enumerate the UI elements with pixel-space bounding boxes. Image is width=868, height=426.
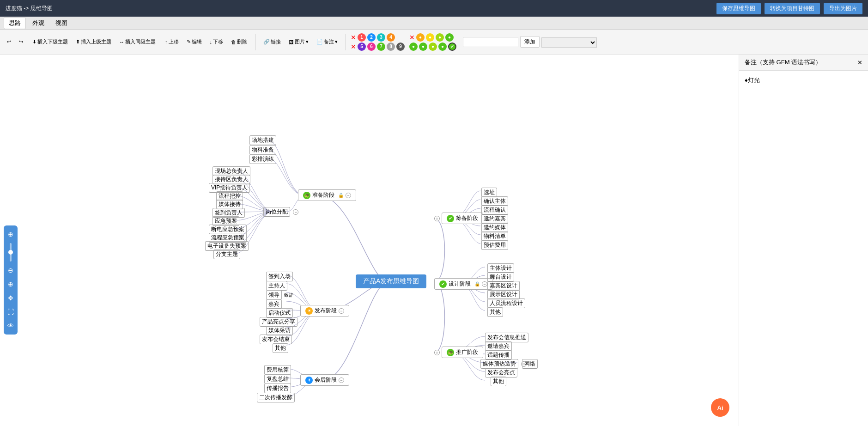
menu-waiguan[interactable]: 外观: [28, 18, 49, 29]
node-fupan[interactable]: 复盘总结: [264, 374, 291, 384]
num-3[interactable]: 3: [377, 33, 385, 42]
note-button[interactable]: 📄 备注▾: [313, 37, 341, 47]
undo-button[interactable]: ↩: [4, 37, 14, 47]
node-gangwei[interactable]: 岗位分配 −: [263, 207, 298, 217]
tag-select[interactable]: [541, 37, 597, 48]
num-9[interactable]: 9: [396, 43, 405, 51]
stage-sheji[interactable]: ✔ 设计阶段 🔒 −: [434, 278, 492, 290]
menu-silu[interactable]: 思路: [4, 17, 26, 29]
node-qidong[interactable]: 启动仪式: [266, 308, 293, 318]
stage-tuiguang-box[interactable]: ○ 🐢 推广阶段: [434, 347, 483, 358]
node-liucheng-queren[interactable]: 流程确认: [481, 205, 508, 215]
node-meiti-caifang[interactable]: 媒体采访: [266, 326, 293, 335]
tuiguang-left-collapse[interactable]: ○: [434, 350, 440, 355]
emoji-green4[interactable]: ●: [438, 43, 447, 51]
node-xuanzhi[interactable]: 选址: [481, 188, 497, 197]
node-yuji-feiyong[interactable]: 预估费用: [481, 240, 508, 250]
node-yaoqing-jiaben[interactable]: 邀请嘉宾: [485, 341, 512, 351]
zoom-reset-button[interactable]: ⊕: [6, 229, 16, 239]
choubei-left-collapse[interactable]: ○: [434, 216, 440, 221]
node-qiandao-ruchang[interactable]: 签到入场: [266, 272, 293, 281]
stage-chunbei-box[interactable]: 🐢 准备阶段 🔒 −: [298, 189, 356, 201]
node-fabuhui-liangdian[interactable]: 发布会亮点: [485, 368, 517, 377]
node-wuliao-list[interactable]: 物料清单: [481, 231, 508, 241]
stage-chunbei[interactable]: 🐢 准备阶段 🔒 −: [298, 189, 356, 201]
stage-choubei-box[interactable]: ○ ✔ 筹备阶段: [434, 213, 483, 224]
node-fabu-other[interactable]: 其他: [273, 343, 288, 353]
ai-button[interactable]: Ai: [711, 398, 729, 417]
node-sheji-other[interactable]: 其他: [487, 307, 503, 317]
fabu-collapse[interactable]: −: [339, 308, 344, 314]
node-feiyong[interactable]: 费用核算: [264, 365, 291, 375]
node-lingdao[interactable]: 领导 致辞: [266, 290, 293, 300]
num-5[interactable]: 5: [358, 43, 366, 51]
redo-button[interactable]: ↪: [16, 37, 26, 47]
stage-choubei[interactable]: ○ ✔ 筹备阶段: [434, 213, 483, 224]
panel-note-text[interactable]: ♦灯光: [745, 76, 862, 95]
num-4[interactable]: 4: [387, 33, 395, 42]
stage-chunbei-collapse[interactable]: −: [346, 193, 351, 198]
node-jiaben[interactable]: 嘉宾: [266, 299, 282, 309]
move-up-button[interactable]: ↑ 上移: [162, 37, 182, 47]
convert-gantt-button[interactable]: 转换为项目甘特图: [765, 3, 820, 14]
insert-child-button[interactable]: ⬇ 插入下级主题: [29, 37, 71, 47]
panel-close-button[interactable]: ✕: [857, 59, 862, 66]
node-caipai[interactable]: 彩排演练: [249, 154, 276, 164]
link-button[interactable]: 🔗 链接: [260, 37, 284, 47]
search-input[interactable]: [463, 37, 518, 47]
num-8[interactable]: 8: [387, 43, 395, 51]
num-2[interactable]: 2: [367, 33, 376, 42]
image-button[interactable]: 🖼 图片▾: [285, 37, 312, 47]
huihou-collapse[interactable]: −: [339, 377, 344, 383]
zoom-in-button[interactable]: ⊕: [6, 279, 16, 289]
center-node[interactable]: 产品A发布思维导图: [356, 274, 426, 288]
node-yiyue-jiaben[interactable]: 邀约嘉宾: [481, 214, 508, 224]
emoji-yellow1[interactable]: ●: [416, 33, 425, 42]
export-image-button[interactable]: 导出为图片: [824, 3, 862, 14]
node-chanpin-share[interactable]: 产品亮点分享: [260, 317, 297, 327]
node-zhuchiren[interactable]: 主持人: [266, 281, 287, 291]
canvas[interactable]: 产品A发布思维导图 🐢 准备阶段 🔒 − 场地搭建 物料准备 彩排演练 岗位分配…: [0, 55, 739, 426]
stage-huihou[interactable]: ☀ 会后阶段 −: [300, 374, 349, 386]
node-wutai-sheji[interactable]: 舞台设计: [487, 272, 514, 282]
emoji-green3[interactable]: ●: [419, 43, 427, 51]
node-jiaben-sheji[interactable]: 嘉宾区设计: [487, 281, 520, 291]
emoji-lime2[interactable]: ●: [429, 43, 437, 51]
emoji-green[interactable]: ●: [445, 33, 454, 42]
emoji-lime[interactable]: ●: [436, 33, 444, 42]
delete-button[interactable]: 🗑 删除: [228, 37, 250, 47]
edit-button[interactable]: ✎ 编辑: [183, 37, 205, 47]
num-6[interactable]: 6: [367, 43, 376, 51]
save-mindmap-button[interactable]: 保存思维导图: [716, 3, 761, 14]
stage-huihou-box[interactable]: ☀ 会后阶段 −: [300, 374, 349, 386]
move-mode-button[interactable]: ✥: [6, 293, 16, 303]
node-huati-chuanbo[interactable]: 话题传播: [485, 350, 512, 360]
sheji-collapse[interactable]: −: [482, 281, 487, 287]
node-wangluo[interactable]: 网络: [522, 359, 538, 369]
stage-fabu-box[interactable]: ☀ 发布阶段 −: [300, 305, 349, 316]
emoji-yellow2[interactable]: ●: [426, 33, 434, 42]
eye-button[interactable]: 👁: [6, 321, 16, 331]
insert-sibling-button[interactable]: ↔ 插入同级主题: [116, 37, 159, 47]
fullscreen-button[interactable]: ⛶: [6, 307, 16, 317]
stage-tuiguang[interactable]: ○ 🐢 推广阶段: [434, 347, 483, 358]
node-zhuti-sheji[interactable]: 主体设计: [487, 263, 514, 273]
node-wuliao[interactable]: 物料准备: [249, 145, 276, 155]
gangwei-collapse[interactable]: −: [293, 209, 298, 215]
node-changjio[interactable]: 场地搭建: [249, 135, 276, 145]
node-chuanbo[interactable]: 传播报告: [264, 383, 291, 393]
node-yiyue-meiti[interactable]: 邀约媒体: [481, 223, 508, 232]
num-1[interactable]: 1: [358, 33, 366, 42]
zoom-slider[interactable]: [10, 243, 12, 262]
node-queren[interactable]: 确认主体: [481, 196, 508, 206]
stage-fabu[interactable]: ☀ 发布阶段 −: [300, 305, 349, 316]
insert-parent-button[interactable]: ⬆ 插入上级主题: [73, 37, 115, 47]
node-erci[interactable]: 二次传播发酵: [257, 393, 295, 402]
move-down-button[interactable]: ↓ 下移: [206, 37, 227, 47]
emoji-check[interactable]: ✓: [448, 43, 456, 51]
node-fabu-jieshu[interactable]: 发布会结束: [260, 335, 292, 344]
add-tag-button[interactable]: 添加: [520, 36, 540, 48]
stage-sheji-box[interactable]: ✔ 设计阶段 🔒 −: [434, 278, 492, 290]
emoji-green2[interactable]: ●: [409, 43, 418, 51]
node-tuiguang-other[interactable]: 其他: [491, 377, 506, 386]
